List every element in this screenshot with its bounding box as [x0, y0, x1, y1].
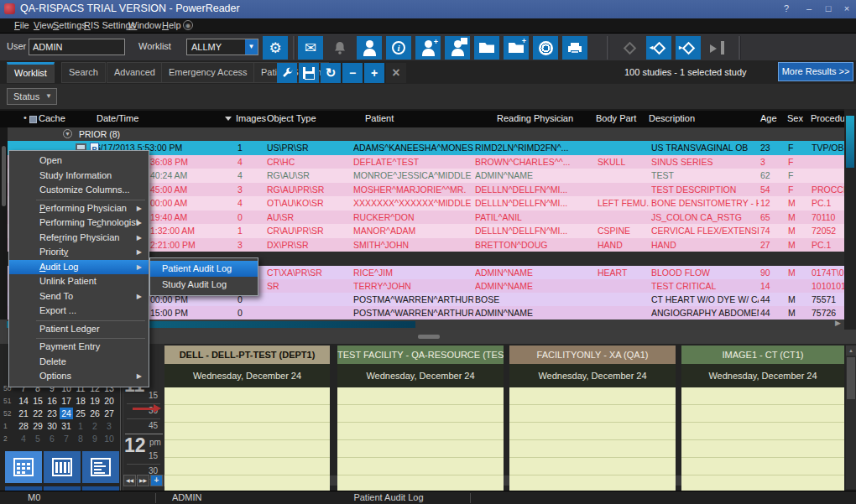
grid-header[interactable]: • CacheDate/TimeImagesObject TypePatient…	[0, 111, 844, 127]
settings-gear-icon[interactable]: ⚙	[263, 36, 288, 60]
refresh-icon[interactable]: ↻	[321, 63, 341, 83]
calendar-view-week-button[interactable]	[44, 451, 81, 483]
calendar-day-3[interactable]: 3	[102, 420, 116, 432]
calendar-day-25[interactable]: 25	[74, 408, 87, 419]
calendar-day-14[interactable]: 14	[17, 395, 30, 407]
calendar-day-6[interactable]: 6	[45, 433, 59, 444]
calendar-day-7[interactable]: 7	[60, 433, 73, 444]
context-menu-item-send-to[interactable]: Send To▶	[9, 289, 149, 304]
tab-advanced[interactable]: Advanced	[107, 62, 163, 83]
column-header-procedu[interactable]: Procedu	[811, 113, 845, 123]
add-icon[interactable]: +	[364, 63, 384, 83]
submenu-item-patient-audit-log[interactable]: Patient Audit Log	[150, 261, 258, 277]
context-menu-item-customize-columns[interactable]: Customize Columns...	[9, 183, 149, 198]
calendar-day-9[interactable]: 9	[88, 433, 102, 444]
scrollbar-thumb[interactable]	[847, 357, 855, 399]
maximize-button[interactable]: □	[821, 3, 836, 13]
column-header-sex[interactable]: Sex	[787, 113, 803, 123]
splitter-grip[interactable]	[418, 335, 440, 339]
context-menu-item-export[interactable]: Export ...	[9, 304, 149, 319]
add-patient-icon[interactable]: +	[415, 36, 441, 60]
scrollbar-thumb[interactable]	[846, 116, 854, 168]
scroll-up-arrow-icon[interactable]: ▲	[846, 346, 856, 356]
print-icon[interactable]	[562, 36, 587, 60]
context-menu-item-open[interactable]: Open	[9, 153, 149, 169]
calendar-day-22[interactable]: 22	[31, 408, 44, 419]
sign-out-icon[interactable]	[705, 36, 730, 60]
column-header-date-time[interactable]: Date/Time	[97, 113, 138, 123]
diamond-in-icon[interactable]: ◂	[646, 36, 671, 60]
column-header-age[interactable]: Age	[760, 113, 777, 123]
context-menu-item-unlink-patient[interactable]: Unlink Patient	[9, 274, 149, 289]
calendar-day-5[interactable]: 5	[31, 433, 44, 444]
menu-help-badge-icon[interactable]: ◉	[183, 20, 193, 30]
menu-help[interactable]: Help	[162, 20, 181, 30]
patient-card-icon[interactable]	[445, 36, 470, 60]
calendar-day-1[interactable]: 1	[74, 420, 87, 432]
calendar-day-28[interactable]: 28	[17, 420, 30, 432]
tab-emergency-access[interactable]: Emergency Access	[161, 62, 255, 83]
worklist-select[interactable]: ALLMY ▼	[186, 39, 258, 55]
context-menu-item-options[interactable]: Options▶	[9, 369, 149, 384]
schedule-grid[interactable]	[164, 387, 330, 491]
context-menu-item-performing-physician[interactable]: Performing Physician▶	[9, 201, 149, 216]
menu-settings[interactable]: Settings	[53, 20, 86, 30]
context-menu-item-delete[interactable]: Delete	[9, 355, 149, 370]
column-header-patient[interactable]: Patient	[365, 113, 394, 123]
calendar-day-23[interactable]: 23	[45, 408, 59, 419]
context-menu-item-payment-entry[interactable]: Payment Entry	[9, 340, 149, 355]
context-menu-item-referring-physician[interactable]: Referring Physician▶	[9, 231, 149, 246]
context-menu-item-priority[interactable]: Priority▶	[9, 245, 149, 260]
close-button[interactable]: ×	[839, 3, 854, 13]
calendar-day-30[interactable]: 30	[45, 420, 59, 432]
scroll-right-arrow-icon[interactable]: ▶	[835, 319, 841, 327]
calendar-day-21[interactable]: 21	[17, 408, 30, 419]
help-button[interactable]: ?	[779, 3, 794, 13]
tab-worklist[interactable]: Worklist	[7, 62, 55, 83]
column-header-reading-physician[interactable]: Reading Physician	[497, 113, 573, 123]
context-menu-item-audit-log[interactable]: Audit Log▶	[9, 260, 149, 275]
calendar-view-month-button[interactable]	[5, 451, 42, 483]
nav-last-button[interactable]: ▶▶	[137, 475, 149, 486]
column-header-images[interactable]: Images	[236, 113, 266, 123]
column-header-body-part[interactable]: Body Part	[596, 113, 636, 123]
calendar-day-27[interactable]: 27	[102, 408, 116, 419]
bell-icon[interactable]	[327, 36, 352, 60]
schedule-grid[interactable]	[509, 387, 676, 491]
column-header-object-type[interactable]: Object Type	[267, 113, 316, 123]
minimize-button[interactable]: –	[801, 3, 817, 13]
calendar-day-16[interactable]: 16	[45, 395, 59, 407]
calendar-day-10[interactable]: 10	[102, 433, 116, 444]
more-results-button[interactable]: More Results >>	[778, 62, 853, 81]
collapse-group-icon[interactable]: ▼	[63, 129, 72, 138]
calendar-day-2[interactable]: 2	[88, 420, 102, 432]
context-menu-item-performing-technologist[interactable]: Performing Technologist▶	[9, 216, 149, 231]
calendar-day-29[interactable]: 29	[31, 420, 44, 432]
group-row-prior[interactable]: ▼ PRIOR (8)	[0, 127, 844, 141]
new-folder-icon[interactable]: +	[504, 36, 529, 60]
calendar-day-4[interactable]: 4	[17, 433, 30, 444]
scheduler-vertical-scrollbar[interactable]: ▲	[846, 346, 856, 489]
nav-first-button[interactable]: ◀◀	[123, 475, 136, 486]
context-menu-item-study-information[interactable]: Study Information	[9, 169, 149, 184]
calendar-day-31[interactable]: 31	[60, 420, 73, 432]
menu-window[interactable]: Window	[128, 20, 161, 30]
calendar-view-agenda-button[interactable]	[82, 451, 119, 483]
save-icon[interactable]	[299, 63, 319, 83]
diamond-disabled-icon[interactable]	[617, 36, 642, 60]
user-input[interactable]	[29, 39, 125, 55]
calendar-day-18[interactable]: 18	[74, 395, 87, 407]
column-header-cache[interactable]: Cache	[39, 113, 65, 123]
menu-ris-settings[interactable]: RIS Settings	[84, 20, 135, 30]
menu-view[interactable]: View	[34, 20, 54, 30]
diamond-out-icon[interactable]: ▸	[676, 36, 701, 60]
zoom-in-button[interactable]: +	[150, 475, 163, 486]
burn-disc-icon[interactable]	[533, 36, 558, 60]
schedule-grid[interactable]	[681, 387, 844, 491]
schedule-grid[interactable]	[337, 387, 504, 491]
remove-icon[interactable]: −	[342, 63, 363, 83]
scrollbar-thumb[interactable]	[2, 146, 6, 206]
close-icon[interactable]: ×	[386, 63, 406, 83]
calendar-day-20[interactable]: 20	[102, 395, 116, 407]
status-filter-button[interactable]: Status ▼	[7, 88, 57, 105]
